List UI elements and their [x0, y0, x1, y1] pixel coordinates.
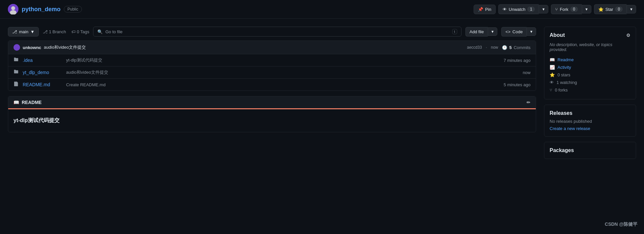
top-actions: 📌 Pin 👁 Unwatch 1 ▼ ⑂ Fork 0 ▼ ⭐ [474, 4, 636, 14]
unwatch-button[interactable]: 👁 Unwatch 1 ▼ [498, 4, 548, 14]
repo-name[interactable]: python_demo [22, 6, 61, 13]
commits-link[interactable]: 🕐 5 Commits [502, 45, 531, 50]
star-main[interactable]: ⭐ Star 0 [594, 4, 627, 14]
branch-count-link[interactable]: ⎇ 1 Branch [43, 29, 66, 34]
folder-icon [13, 57, 19, 64]
forks-count: 0 forks [555, 88, 568, 92]
activity-icon: 📈 [550, 65, 555, 70]
about-title: About [550, 32, 565, 38]
folder-icon [13, 69, 19, 76]
tags-count-link[interactable]: 🏷 0 Tags [71, 29, 89, 34]
toolbar: ⎇ main ▼ ⎇ 1 Branch 🏷 0 Tags [8, 27, 536, 37]
repo-content: ⎇ main ▼ ⎇ 1 Branch 🏷 0 Tags [8, 27, 536, 159]
file-name-2[interactable]: README.md [23, 82, 62, 87]
file-commit-2: Create README.md [66, 82, 500, 87]
star-count: 0 [615, 7, 623, 12]
add-file-main[interactable]: Add file [465, 27, 488, 37]
star-icon: ⭐ [598, 7, 604, 12]
file-time-2: 5 minutes ago [504, 82, 531, 87]
watching-count: 1 watching [557, 80, 577, 85]
file-name-1[interactable]: yt_dlp_demo [23, 70, 62, 75]
star-dropdown[interactable]: ▼ [627, 5, 636, 13]
code-button[interactable]: <> Code ▼ [501, 27, 536, 37]
code-icon: <> [506, 29, 510, 34]
fork-dropdown[interactable]: ▼ [582, 5, 591, 13]
settings-icon[interactable]: ⚙ [626, 33, 631, 38]
watching-icon: 👁 [550, 80, 554, 85]
add-file-button[interactable]: Add file ▼ [465, 27, 497, 37]
book-icon: 📖 [13, 100, 19, 105]
star-button[interactable]: ⭐ Star 0 ▼ [594, 4, 636, 14]
readme-section: 📖 README ✏ yt-dlp测试代码提交 [8, 96, 536, 132]
about-section: About ⚙ No description, website, or topi… [544, 27, 636, 99]
packages-title: Packages [550, 147, 574, 153]
table-row: yt_dlp_demo audio和video文件提交 now [8, 66, 536, 79]
svg-point-1 [11, 6, 15, 10]
commits-label: Commits [514, 45, 531, 50]
tag-icon: 🏷 [71, 29, 76, 34]
code-main[interactable]: <> Code [501, 27, 527, 37]
branch-label: main [19, 29, 28, 34]
fork-button[interactable]: ⑂ Fork 0 ▼ [551, 4, 591, 14]
readme-header: 📖 README ✏ [8, 96, 536, 109]
branch-icon: ⎇ [12, 29, 17, 34]
readme-title-text: README [22, 100, 42, 105]
forks-icon: ⑂ [550, 88, 552, 92]
unwatch-main[interactable]: 👁 Unwatch 1 [498, 4, 539, 14]
search-icon: 🔍 [97, 29, 103, 34]
packages-section: Packages [544, 142, 636, 159]
releases-title-text: Releases [550, 110, 572, 116]
fork-main[interactable]: ⑂ Fork 0 [551, 4, 582, 14]
no-releases-text: No releases published [550, 119, 631, 124]
list-item: ⑂ 0 forks [550, 86, 631, 94]
goto-file-box[interactable]: 🔍 Go to file t [93, 27, 461, 37]
sidebar: About ⚙ No description, website, or topi… [544, 27, 636, 159]
file-commit-1: audio和video文件提交 [66, 69, 519, 75]
commits-count: 5 [509, 45, 511, 50]
file-name-0[interactable]: .idea [23, 58, 62, 63]
pin-button[interactable]: 📌 Pin [474, 5, 496, 14]
public-badge: Public [64, 6, 82, 13]
file-time-1: now [523, 70, 531, 75]
commit-hash[interactable]: aeccd33 [467, 45, 482, 50]
tags-count: 0 [77, 29, 79, 34]
table-row: README.md Create README.md 5 minutes ago [8, 79, 536, 91]
branch-text: 1 [49, 29, 51, 34]
file-icon [13, 81, 19, 88]
commit-right: aeccd33 · now 🕐 5 Commits [467, 45, 531, 50]
add-file-dropdown[interactable]: ▼ [488, 27, 497, 36]
commit-author[interactable]: unkownc [23, 45, 41, 50]
file-commit-0: yt-dlp测试代码提交 [66, 57, 500, 63]
commit-avatar [13, 44, 20, 51]
chevron-down-icon: ▼ [30, 29, 35, 34]
top-bar: python_demo Public 📌 Pin 👁 Unwatch 1 ▼ ⑂… [0, 0, 644, 19]
about-header: About ⚙ [550, 32, 631, 38]
book-icon: 📖 [550, 57, 555, 62]
fork-icon: ⑂ [555, 7, 558, 12]
create-release-link[interactable]: Create a new release [550, 126, 590, 131]
unwatch-dropdown[interactable]: ▼ [539, 5, 548, 13]
edit-icon[interactable]: ✏ [527, 100, 531, 105]
search-shortcut: t [452, 29, 457, 34]
commit-message: audio和video文件提交 [44, 44, 86, 50]
star-icon: ⭐ [550, 72, 555, 77]
unwatch-count: 1 [527, 7, 535, 12]
commit-header: unkownc audio和video文件提交 aeccd33 · now 🕐 … [8, 41, 536, 54]
branch-selector[interactable]: ⎇ main ▼ [8, 27, 39, 37]
branch-word: Branch [53, 29, 66, 34]
main-layout: ⎇ main ▼ ⎇ 1 Branch 🏷 0 Tags [0, 19, 644, 167]
goto-file-label: Go to file [105, 29, 122, 34]
code-label: Code [512, 29, 523, 34]
code-dropdown[interactable]: ▼ [527, 27, 536, 36]
branch-meta: ⎇ 1 Branch 🏷 0 Tags [43, 29, 89, 34]
list-item: ⭐ 0 stars [550, 71, 631, 79]
releases-title: Releases [550, 110, 631, 116]
avatar [8, 4, 18, 14]
star-label: Star [606, 7, 613, 12]
activity-link[interactable]: Activity [557, 65, 571, 70]
history-icon: 🕐 [502, 45, 507, 50]
unwatch-label: Unwatch [509, 7, 526, 12]
list-item: 📖 Readme [550, 56, 631, 64]
releases-section: Releases No releases published Create a … [544, 105, 636, 137]
readme-link[interactable]: Readme [557, 57, 574, 62]
